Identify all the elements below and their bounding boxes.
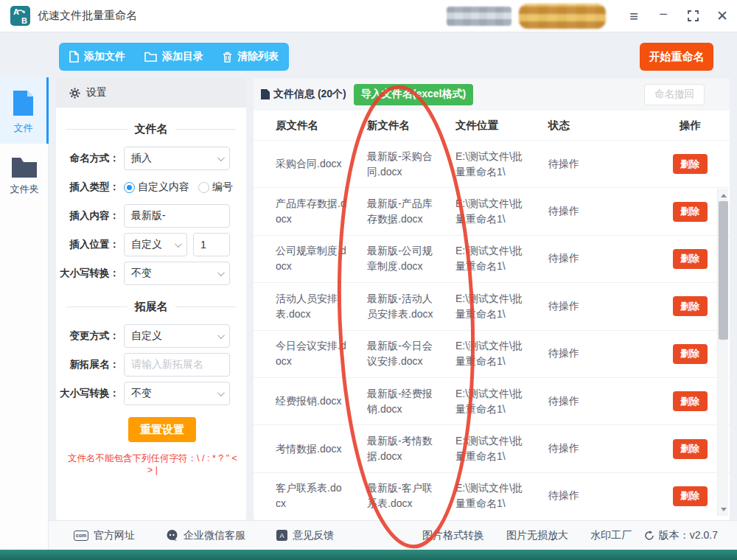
status-cell: 待操作 [548,300,656,313]
image-convert-link[interactable]: 图片格式转换 [422,529,484,542]
new-filename-cell: 最新版-产品库存数据.docx [367,196,455,227]
insert-position-select[interactable]: 自定义 [124,233,187,256]
delete-button[interactable]: 删除 [673,344,708,364]
scrollbar-thumb[interactable] [719,201,728,340]
file-location-cell: E:\测试文件\批量重命名1\ [455,243,548,274]
action-cell: 删除 [656,249,724,269]
wechat-service-link[interactable]: 企业微信客服 [166,529,245,542]
feedback-link[interactable]: A 意见反馈 [276,529,334,542]
insert-content-input[interactable]: 最新版- [124,204,230,228]
delete-button[interactable]: 删除 [673,391,708,411]
vertical-scrollbar[interactable] [717,189,728,516]
maximize-icon[interactable] [678,0,708,32]
col-header-old-name: 原文件名 [276,119,367,133]
app-window: A B 优速文件批量重命名 ≡ − ✕ [0,0,737,560]
naming-method-select[interactable]: 插入 [124,147,230,170]
table-header: 原文件名 新文件名 文件位置 状态 操作 [254,111,730,140]
file-info-icon [261,89,270,99]
table-row: 公司规章制度.docx最新版-公司规章制度.docxE:\测试文件\批量重命名1… [254,235,730,282]
file-table-panel: 文件信息 (20个) 导入文件名(excel格式) 命名撤回 原文件名 新文件名… [254,78,730,520]
old-filename-cell: 考情数据.docx [276,441,367,457]
action-cell: 删除 [656,439,724,459]
insert-position-number-input[interactable]: 1 [193,233,230,256]
gear-icon [69,88,80,99]
old-filename-cell: 今日会议安排.docx [276,338,367,369]
case-convert-select[interactable]: 不变 [124,262,230,285]
scroll-up-icon[interactable] [718,190,729,200]
table-row: 产品库存数据.docx最新版-产品库存数据.docxE:\测试文件\批量重命名1… [254,187,730,234]
status-cell: 待操作 [548,158,656,171]
new-extension-input[interactable]: 请输入新拓展名 [124,353,230,377]
sidebar-item-folder[interactable]: 文件夹 [0,144,49,205]
case-convert-row: 大小写转换： 不变 [56,262,237,285]
redacted-account-info [447,7,511,26]
new-filename-cell: 最新版-采购合同.docx [367,149,455,180]
settings-header: 设置 [56,78,246,108]
delete-button[interactable]: 删除 [673,296,708,316]
delete-button[interactable]: 删除 [673,154,708,174]
file-location-cell: E:\测试文件\批量重命名1\ [455,386,548,417]
table-row: 活动人员安排表.docx最新版-活动人员安排表.docxE:\测试文件\批量重命… [254,282,730,329]
start-rename-button[interactable]: 开始重命名 [640,43,713,71]
table-row: 考情数据.docx最新版-考情数据.docxE:\测试文件\批量重命名1\待操作… [254,424,730,472]
radio-number[interactable]: 编号 [198,181,233,194]
chevron-down-icon [175,240,182,248]
table-row: 客户联系表.docx最新版-客户联系表.docxE:\测试文件\批量重命名1\待… [254,472,730,519]
menu-icon[interactable]: ≡ [619,0,649,32]
version-info: 版本：v2.0.7 [644,529,718,542]
sidebar: 文件 文件夹 [0,77,49,550]
naming-method-row: 命名方式： 插入 [56,147,237,170]
delete-button[interactable]: 删除 [673,439,708,459]
scroll-down-icon[interactable] [718,504,729,514]
folder-icon [144,52,157,62]
file-icon [69,51,79,63]
minimize-icon[interactable]: − [649,0,678,32]
file-location-cell: E:\测试文件\批量重命名1\ [455,433,548,464]
action-cell: 删除 [656,154,724,174]
old-filename-cell: 公司规章制度.docx [276,243,367,274]
status-cell: 待操作 [548,252,656,265]
delete-button[interactable]: 删除 [673,202,708,222]
sidebar-item-file[interactable]: 文件 [0,77,49,144]
ext-case-convert-select[interactable]: 不变 [124,382,230,405]
add-file-button[interactable]: 添加文件 [69,50,125,63]
chat-icon [166,529,178,542]
table-row: 经费报销.docx最新版-经费报销.docxE:\测试文件\批量重命名1\待操作… [254,377,730,424]
official-site-link[interactable]: com 官方网址 [74,529,135,542]
delete-button[interactable]: 删除 [673,486,708,506]
file-blue-icon [11,89,35,117]
change-method-select[interactable]: 自定义 [124,324,230,348]
new-filename-cell: 最新版-活动人员安排表.docx [367,291,455,322]
insert-position-row: 插入位置： 自定义 1 [56,233,237,256]
clear-list-button[interactable]: 清除列表 [223,50,279,63]
delete-button[interactable]: 删除 [673,249,708,269]
insert-type-row: 插入类型： 自定义内容 编号 [56,175,237,199]
import-filenames-button[interactable]: 导入文件名(excel格式) [354,84,473,105]
file-location-cell: E:\测试文件\批量重命名1\ [455,480,548,511]
image-enlarge-link[interactable]: 图片无损放大 [506,529,568,542]
file-location-cell: E:\测试文件\批量重命名1\ [455,338,548,369]
add-directory-button[interactable]: 添加目录 [144,50,203,63]
refresh-icon[interactable] [644,531,654,541]
chevron-down-icon [217,154,225,161]
trash-icon [223,52,232,63]
reset-settings-button[interactable]: 重置设置 [128,417,196,442]
col-header-new-name: 新文件名 [367,119,455,133]
new-extension-row: 新拓展名： 请输入新拓展名 [56,353,237,377]
com-icon: com [74,531,88,541]
radio-custom-content[interactable]: 自定义内容 [124,181,189,194]
status-cell: 待操作 [548,489,656,503]
svg-text:A: A [279,532,284,539]
ext-case-convert-row: 大小写转换： 不变 [56,382,237,405]
close-icon[interactable]: ✕ [708,0,737,32]
old-filename-cell: 采购合同.docx [276,156,367,172]
folder-dark-icon [10,155,38,178]
old-filename-cell: 经费报销.docx [276,393,367,409]
section-title-extension: 拓展名 [66,300,236,314]
status-cell: 待操作 [548,395,656,408]
file-info-label: 文件信息 (20个) [261,88,346,101]
watermark-link[interactable]: 水印工厂 [590,529,632,542]
action-cell: 删除 [656,391,724,411]
file-info-bar: 文件信息 (20个) 导入文件名(excel格式) 命名撤回 [254,78,730,111]
col-header-location: 文件位置 [455,119,548,133]
